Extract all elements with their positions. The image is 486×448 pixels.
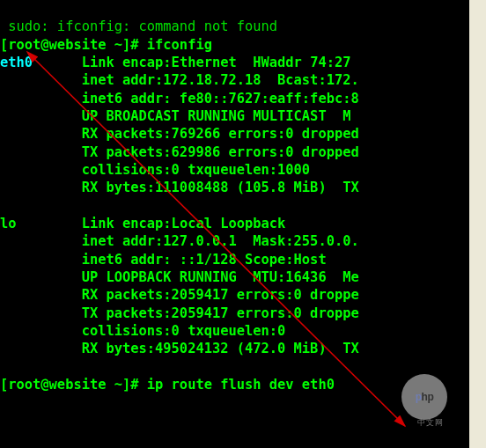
lo-line2: inet addr:127.0.0.1 Mask:255.0.0. <box>82 233 359 249</box>
eth0-line7: collisions:0 txqueuelen:1000 <box>82 162 310 178</box>
command-ifconfig: ifconfig <box>147 37 212 53</box>
eth0-line2: inet addr:172.18.72.18 Bcast:172. <box>82 72 359 88</box>
lo-line3: inet6 addr: ::1/128 Scope:Host <box>82 252 327 268</box>
shell-prompt-2: [root@website ~]# <box>0 377 147 393</box>
eth0-line4: UP BROADCAST RUNNING MULTICAST M <box>82 108 351 124</box>
scrollbar[interactable] <box>469 0 486 448</box>
command-iproute: ip route flush dev eth0 <box>147 377 335 393</box>
eth0-line5: RX packets:769266 errors:0 dropped <box>82 126 359 142</box>
iface-eth0-name: eth0 <box>0 55 33 70</box>
lo-line8: RX bytes:495024132 (472.0 MiB) TX <box>82 341 359 356</box>
lo-line7: collisions:0 txqueuelen:0 <box>82 323 286 339</box>
terminal-window[interactable]: sudo: ifconfig: command not found [root@… <box>0 0 469 448</box>
lo-line6: TX packets:2059417 errors:0 droppe <box>82 305 359 321</box>
eth0-line6: TX packets:629986 errors:0 dropped <box>82 144 359 160</box>
partial-previous-line: sudo: ifconfig: command not found <box>0 18 277 34</box>
eth0-line3: inet6 addr: fe80::7627:eaff:febc:8 <box>82 91 359 106</box>
eth0-line1: Link encap:Ethernet HWaddr 74:27 <box>82 55 351 70</box>
shell-prompt-1: [root@website ~]# <box>0 37 147 53</box>
eth0-line8: RX bytes:111008488 (105.8 MiB) TX <box>82 180 359 195</box>
lo-line5: RX packets:2059417 errors:0 droppe <box>82 287 359 303</box>
lo-line1: Link encap:Local Loopback <box>82 216 286 231</box>
iface-lo-name: lo <box>0 216 17 231</box>
lo-line4: UP LOOPBACK RUNNING MTU:16436 Me <box>82 269 359 285</box>
